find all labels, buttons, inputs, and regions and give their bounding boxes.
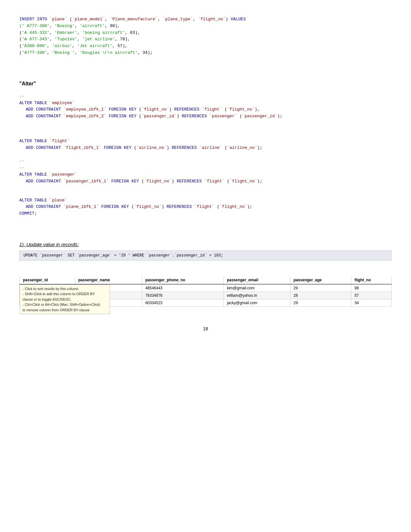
table-row: - Click to sort results by this column. … (20, 284, 392, 292)
alter-heading: "Alter" (19, 81, 392, 87)
col-passenger-age[interactable]: passenger_age (290, 276, 351, 284)
cell-flight-3: 34 (351, 299, 391, 306)
alter-flight-block: ALTER TABLE `flight` ADD CONSTRAINT `fli… (19, 135, 392, 188)
col-passenger-name[interactable]: passenger_name (75, 276, 142, 284)
col-flight-no[interactable]: flight_no (351, 276, 391, 284)
cell-flight-2: 57 (351, 292, 391, 299)
cell-email-2: william@yahoo.in (223, 292, 290, 299)
page-number: 18 (19, 326, 392, 331)
tooltip-line1: - Click to sort results by this column. (23, 286, 107, 292)
col-passenger-email[interactable]: passenger_email (223, 276, 290, 284)
tooltip-line4: - Ctrl+Click or Alt+Click (Mac: Shift+Op… (23, 302, 107, 307)
comment-line2: -- (19, 158, 392, 165)
col-passenger-phone[interactable]: passenger_phone_no (142, 276, 223, 284)
comment-line3: -- (19, 165, 392, 171)
cell-age-3: 29 (290, 299, 351, 306)
sort-tooltip: - Click to sort results by this column. … (20, 285, 110, 314)
cell-age-1: 29 (290, 284, 351, 292)
cell-email-3: jacky@gmail.com (223, 299, 290, 306)
alter-plane-block: ALTER TABLE `plane` ADD CONSTRAINT `plan… (19, 194, 392, 220)
col-passenger-id[interactable]: passenger_id (20, 276, 75, 284)
cell-age-2: 28 (290, 292, 351, 299)
result-table: passenger_id passenger_name passenger_ph… (19, 276, 392, 307)
cell-passenger-id-1: - Click to sort results by this column. … (20, 284, 75, 292)
tooltip-line3: clause or to toggle ASC/DESC. (23, 297, 107, 302)
insert-code-block: INSERT INTO `plane` (`plane_model`, `Pla… (19, 13, 392, 60)
cell-phone-3: 60334523 (142, 299, 223, 306)
tooltip-line5: to remove column from ORDER BY clause (23, 307, 107, 313)
cell-phone-1: 48546443 (142, 284, 223, 292)
insert-keyword: INSERT INTO (19, 17, 47, 22)
update-query-box: UPDATE `passenger` SET `passenger_age` =… (19, 250, 392, 261)
update-keyword: UPDATE (24, 253, 37, 258)
cell-phone-2: 78334876 (142, 292, 223, 299)
cell-email-1: kim@gmail.com (223, 284, 290, 292)
comment-line1: -- (19, 93, 392, 100)
update-section-heading: 1). Update value in records: (19, 242, 392, 247)
table-header-row: passenger_id passenger_name passenger_ph… (20, 276, 392, 284)
tooltip-line2: - Shift+Click to add this column to ORDE… (23, 291, 107, 297)
cell-flight-1: 98 (351, 284, 391, 292)
alter-code-block: -- ALTER TABLE `employee` ADD CONSTRAINT… (19, 90, 392, 123)
